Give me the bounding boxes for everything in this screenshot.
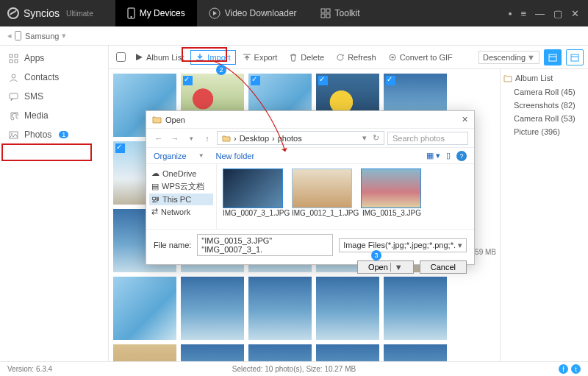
maximize-button[interactable]: ▢ xyxy=(553,8,562,19)
view-grid-button[interactable] xyxy=(544,49,562,65)
callout-2: 2 xyxy=(216,65,226,75)
tree-thispc[interactable]: 🖳 This PC xyxy=(149,194,213,205)
refresh-icon xyxy=(336,53,345,62)
nav-recent-button[interactable]: ▾ xyxy=(184,135,198,142)
sidebar-photos-badge: 1 xyxy=(59,131,68,138)
album-label: Camera Roll (45) xyxy=(514,88,576,96)
delete-label: Delete xyxy=(301,53,324,62)
album-label: Camera Roll (53) xyxy=(514,114,576,123)
sidebar-item-sms[interactable]: SMS xyxy=(0,87,108,106)
menu-icon[interactable]: ≡ xyxy=(520,8,526,19)
view-list-button[interactable] xyxy=(566,49,584,65)
album-item[interactable]: Picture (396) xyxy=(503,125,585,138)
sidebar-item-media[interactable]: Media xyxy=(0,106,108,125)
svg-rect-10 xyxy=(15,54,18,57)
thumb[interactable] xyxy=(316,277,379,340)
album-item[interactable]: Camera Roll (45) xyxy=(503,85,585,99)
filename-input[interactable]: "IMG_0015_3.JPG" "IMG_0007_3_1. xyxy=(197,234,333,256)
photos-icon xyxy=(9,130,18,140)
phone-small-icon xyxy=(15,31,21,40)
file-item[interactable]: IMG_0015_3.JPG xyxy=(361,169,423,229)
sidebar-contacts-label: Contacts xyxy=(24,72,59,82)
sidebar-item-apps[interactable]: Apps xyxy=(0,49,108,68)
close-button[interactable]: ✕ xyxy=(571,8,579,19)
thumb[interactable] xyxy=(181,277,244,340)
tree-onedrive[interactable]: ☁ OneDrive xyxy=(149,167,213,180)
device-name[interactable]: Samsung xyxy=(25,32,59,40)
dialog-buttons: Open ▼ Cancel xyxy=(146,260,474,280)
album-label: Picture (396) xyxy=(514,127,560,136)
dialog-close-button[interactable]: ✕ xyxy=(462,115,468,124)
file-name: IMG_0007_3_1.JPG xyxy=(223,209,284,217)
thumb[interactable] xyxy=(248,277,312,340)
file-item[interactable]: IMG_0012_1_1.JPG xyxy=(292,169,354,229)
thumb[interactable] xyxy=(248,344,312,361)
folder-icon xyxy=(503,74,512,82)
organize-button[interactable]: Organize xyxy=(154,152,187,160)
file-thumb xyxy=(223,169,283,208)
help-button[interactable]: ? xyxy=(456,151,467,161)
dialog-titlebar: Open ✕ xyxy=(146,111,474,129)
open-button[interactable]: Open ▼ xyxy=(357,260,414,274)
convert-gif-button[interactable]: Convert to GIF xyxy=(383,50,458,65)
thumb[interactable] xyxy=(181,344,244,361)
thumb[interactable] xyxy=(384,277,447,340)
file-name: IMG_0015_3.JPG xyxy=(361,209,423,217)
select-all-checkbox[interactable] xyxy=(116,52,126,62)
feedback-icon[interactable]: ▪ xyxy=(509,8,512,19)
svg-rect-8 xyxy=(15,32,21,40)
syncios-logo-icon xyxy=(7,7,19,19)
gif-label: Convert to GIF xyxy=(400,53,453,62)
sort-dropdown[interactable]: Descending▼ xyxy=(478,51,539,64)
thumb[interactable] xyxy=(384,344,447,361)
preview-pane-button[interactable]: ▯ xyxy=(446,151,451,161)
thumb[interactable] xyxy=(113,277,176,340)
dialog-orgrow: Organize▼ New folder ▦ ▾ ▯ ? xyxy=(146,148,474,164)
file-item[interactable]: IMG_0007_3_1.JPG xyxy=(223,169,284,229)
nav-toolkit[interactable]: Toolkit xyxy=(309,0,372,26)
facebook-icon[interactable]: f xyxy=(559,364,568,374)
titlebar: Syncios Ultimate My Devices Video Downlo… xyxy=(0,0,588,26)
dialog-search-input[interactable]: Search photos xyxy=(387,132,468,145)
view-mode-button[interactable]: ▦ ▾ xyxy=(426,151,440,161)
refresh-label: Refresh xyxy=(348,53,376,62)
dialog-tree: ☁ OneDrive ▤ WPS云文档 🖳 This PC ⇄ Network xyxy=(146,164,217,229)
folder-open-icon xyxy=(152,116,162,124)
thumb[interactable] xyxy=(316,344,379,361)
cancel-button[interactable]: Cancel xyxy=(420,260,467,274)
nav-video-downloader[interactable]: Video Downloader xyxy=(197,0,309,26)
nav-my-devices[interactable]: My Devices xyxy=(115,0,197,26)
app-name: Syncios xyxy=(24,7,60,19)
tree-wps[interactable]: ▤ WPS云文档 xyxy=(149,180,213,194)
thumb-check-icon xyxy=(386,76,395,85)
version-label: Version: 6.3.4 xyxy=(7,365,52,373)
thumb[interactable] xyxy=(113,344,176,361)
media-icon xyxy=(9,111,18,121)
filter-dropdown[interactable]: Image Files(*.jpg;*.jpeg;*.png;*.▾ xyxy=(339,238,467,252)
app-edition: Ultimate xyxy=(66,10,93,18)
sidebar-item-photos[interactable]: Photos 1 xyxy=(0,125,108,144)
album-item[interactable]: Camera Roll (53) xyxy=(503,112,585,125)
play-icon xyxy=(209,7,220,19)
thumb-check-icon xyxy=(183,76,193,85)
file-thumb xyxy=(361,169,421,208)
window-controls: ▪ ≡ — ▢ ✕ xyxy=(509,8,579,19)
list-icon xyxy=(570,53,579,62)
nav-back-button[interactable]: ← xyxy=(152,134,165,143)
tree-label: OneDrive xyxy=(162,169,196,178)
album-label: Screenshots (82) xyxy=(514,101,576,110)
nav-fwd-button[interactable]: → xyxy=(168,134,182,143)
album-item[interactable]: Screenshots (82) xyxy=(503,99,585,112)
twitter-icon[interactable]: t xyxy=(571,364,581,374)
sidebar-apps-label: Apps xyxy=(24,53,44,63)
file-thumb xyxy=(292,169,352,208)
tree-network[interactable]: ⇄ Network xyxy=(149,205,213,218)
sidebar-item-contacts[interactable]: Contacts xyxy=(0,68,108,87)
album-list-button[interactable]: ⯈ Album List xyxy=(130,50,189,65)
app-logo: Syncios Ultimate xyxy=(7,7,93,19)
refresh-button[interactable]: Refresh xyxy=(331,50,381,65)
right-pane-header[interactable]: Album List xyxy=(503,74,585,82)
minimize-button[interactable]: — xyxy=(535,8,545,19)
top-nav: My Devices Video Downloader Toolkit xyxy=(115,0,372,26)
sidebar-sms-label: SMS xyxy=(24,91,43,102)
